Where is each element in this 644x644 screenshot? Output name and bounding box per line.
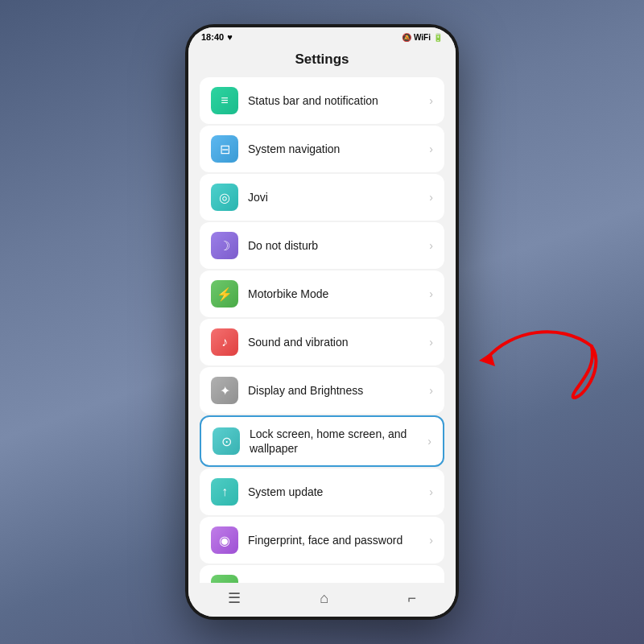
fingerprint-chevron: › xyxy=(429,534,433,547)
phone-screen: 18:40 ♥ 🔕 WiFi 🔋 Settings ≡Status bar an… xyxy=(188,27,456,617)
sound-icon: ♪ xyxy=(211,328,238,356)
status-bar-icon: ≡ xyxy=(211,87,238,114)
nav-home-icon[interactable]: ⌂ xyxy=(320,590,328,607)
battery-label: Battery xyxy=(248,581,419,583)
settings-list: ≡Status bar and notification›⊟System nav… xyxy=(188,77,456,583)
lock-screen-icon: ⊙ xyxy=(213,427,240,455)
do-not-disturb-icon: ☽ xyxy=(211,232,238,259)
do-not-disturb-chevron: › xyxy=(429,239,433,252)
nav-back-icon[interactable]: ⌐ xyxy=(407,590,416,607)
display-chevron: › xyxy=(429,384,433,397)
battery-icon: 🔋 xyxy=(433,33,443,42)
system-update-icon: ↑ xyxy=(211,478,238,506)
system-update-chevron: › xyxy=(429,485,433,498)
battery-chevron: › xyxy=(429,582,433,583)
status-bar-right: 🔕 WiFi 🔋 xyxy=(402,33,443,42)
motorbike-icon: ⚡ xyxy=(211,280,238,308)
settings-item-system-update[interactable]: ↑System update› xyxy=(200,469,444,515)
jovi-icon: ◎ xyxy=(211,184,238,211)
svg-marker-0 xyxy=(479,353,495,366)
system-nav-chevron: › xyxy=(429,142,433,155)
display-label: Display and Brightness xyxy=(248,383,419,398)
phone-frame: 18:40 ♥ 🔕 WiFi 🔋 Settings ≡Status bar an… xyxy=(185,24,459,620)
nav-menu-icon[interactable]: ☰ xyxy=(228,589,241,607)
motorbike-chevron: › xyxy=(429,287,433,300)
settings-item-jovi[interactable]: ◎Jovi› xyxy=(200,174,444,221)
settings-item-status-bar[interactable]: ≡Status bar and notification› xyxy=(200,77,444,124)
nav-bar: ☰ ⌂ ⌐ xyxy=(188,583,456,617)
settings-item-system-nav[interactable]: ⊟System navigation› xyxy=(200,126,444,172)
settings-item-lock-screen[interactable]: ⊙Lock screen, home screen, and wallpaper… xyxy=(200,415,444,467)
settings-item-battery[interactable]: ▬Battery› xyxy=(200,565,444,583)
system-nav-icon: ⊟ xyxy=(211,135,238,163)
settings-item-motorbike[interactable]: ⚡Motorbike Mode› xyxy=(200,270,444,317)
lock-screen-label: Lock screen, home screen, and wallpaper xyxy=(250,427,418,456)
settings-item-sound[interactable]: ♪Sound and vibration› xyxy=(200,319,444,365)
fingerprint-icon: ◉ xyxy=(211,526,238,554)
lock-screen-chevron: › xyxy=(427,435,431,448)
status-bar-label: Status bar and notification xyxy=(248,93,419,108)
wifi-icon: WiFi xyxy=(414,33,431,42)
status-time: 18:40 xyxy=(201,32,224,42)
settings-title: Settings xyxy=(188,45,456,77)
jovi-chevron: › xyxy=(429,191,433,204)
display-icon: ✦ xyxy=(211,377,238,404)
heart-icon: ♥ xyxy=(227,32,233,42)
settings-item-do-not-disturb[interactable]: ☽Do not disturb› xyxy=(200,222,444,269)
status-bar-chevron: › xyxy=(429,94,433,107)
motorbike-label: Motorbike Mode xyxy=(248,287,419,301)
sound-chevron: › xyxy=(429,336,433,349)
jovi-label: Jovi xyxy=(248,190,419,204)
system-nav-label: System navigation xyxy=(248,142,419,156)
bell-icon: 🔕 xyxy=(402,33,411,42)
settings-item-fingerprint[interactable]: ◉Fingerprint, face and password› xyxy=(200,517,444,564)
sound-label: Sound and vibration xyxy=(248,335,419,349)
settings-item-display[interactable]: ✦Display and Brightness› xyxy=(200,367,444,414)
fingerprint-label: Fingerprint, face and password xyxy=(248,533,419,547)
status-bar: 18:40 ♥ 🔕 WiFi 🔋 xyxy=(188,27,456,45)
battery-icon: ▬ xyxy=(211,575,238,583)
system-update-label: System update xyxy=(248,485,419,499)
do-not-disturb-label: Do not disturb xyxy=(248,238,419,253)
status-bar-left: 18:40 ♥ xyxy=(201,32,233,42)
